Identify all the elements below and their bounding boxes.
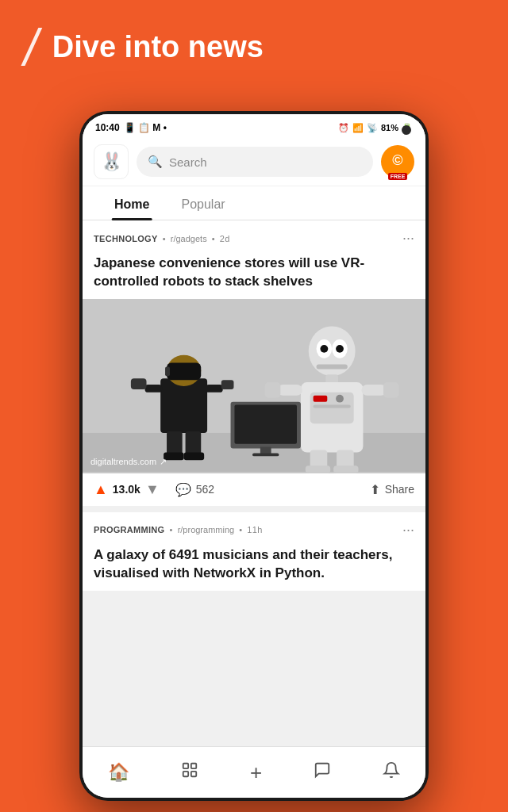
svg-rect-8 [131,378,147,389]
battery-indicator: 81% [381,123,398,132]
svg-rect-11 [186,431,202,454]
svg-rect-7 [206,385,223,393]
tabs-bar: Home Popular [83,186,425,220]
alarm-icon: ⏰ [338,123,349,133]
tab-popular[interactable]: Popular [165,186,241,220]
external-link-icon: ↗ [160,457,167,467]
comments-icon: 💬 [175,482,191,497]
nav-notifications[interactable] [373,755,410,790]
bottom-navigation: 🏠 + [83,746,425,798]
app-logo[interactable]: 🐰 [94,144,129,179]
more-options-button[interactable]: ··· [402,230,414,247]
post-image: digitaltrends.com ↗ [83,299,425,473]
svg-rect-2 [160,378,207,433]
post-category: TECHNOLOGY [94,234,158,243]
search-bar[interactable]: 🔍 Search [137,147,373,177]
post-title: Japanese convenience stores will use VR-… [83,251,425,299]
share-label: Share [385,483,414,496]
post-meta-2: PROGRAMMING • r/programming • 11h ··· [83,512,425,543]
svg-rect-23 [314,396,328,402]
app-header: 🐰 🔍 Search © [83,138,425,186]
svg-rect-6 [145,385,163,393]
svg-rect-33 [333,465,358,473]
post-time: 2d [220,234,230,243]
downvote-button[interactable]: ▼ [145,481,160,498]
tab-home[interactable]: Home [98,186,165,220]
camera-dot [402,125,411,135]
share-icon: ⬆ [370,482,380,497]
svg-rect-25 [314,404,351,408]
app-tagline: Dive into news [52,31,264,64]
svg-rect-38 [183,764,188,768]
svg-point-24 [336,395,344,403]
chat-icon [314,761,331,783]
share-section[interactable]: ⬆ Share [370,482,414,497]
svg-rect-26 [277,385,302,396]
post-meta: TECHNOLOGY • r/gadgets • 2d ··· [83,220,425,251]
image-source: digitaltrends.com ↗ [90,457,167,467]
post-category-2: PROGRAMMING [94,525,164,534]
wifi-icon: 📶 [352,123,364,133]
svg-point-18 [336,345,344,353]
vote-section: ▲ 13.0k ▼ [94,481,160,498]
svg-rect-19 [317,364,348,369]
post-actions: ▲ 13.0k ▼ 💬 562 ⬆ Share [83,473,425,506]
svg-rect-28 [265,382,281,398]
svg-rect-32 [306,465,330,473]
comments-section[interactable]: 💬 562 [175,482,214,497]
vote-count: 13.0k [113,483,140,496]
post-subreddit-2[interactable]: r/programming [178,525,235,534]
svg-rect-9 [221,380,234,389]
bell-icon [383,761,400,783]
comments-count: 562 [196,483,214,496]
search-icon: 🔍 [148,155,163,169]
svg-rect-10 [167,431,183,454]
svg-rect-40 [183,772,188,776]
browse-icon [181,761,198,783]
upvote-button[interactable]: ▲ [94,481,108,498]
svg-rect-41 [191,772,196,776]
post-title-2: A galaxy of 6491 musicians and their tea… [83,543,425,591]
create-icon: + [250,760,262,785]
svg-rect-5 [165,366,170,376]
nav-chat[interactable] [304,755,341,790]
slash-icon: / [24,22,38,73]
svg-point-17 [320,345,328,353]
svg-rect-13 [184,452,205,460]
signal-icon: 📡 [367,123,378,133]
nav-create[interactable]: + [241,754,271,791]
post-time-2: 11h [247,525,262,534]
post-card: TECHNOLOGY • r/gadgets • 2d ··· Japanese… [83,220,425,506]
nav-home[interactable]: 🏠 [98,756,139,789]
coins-badge[interactable]: © [381,145,414,178]
svg-rect-4 [167,362,201,380]
status-icons: 📱 📋 M • [124,122,167,133]
content-area: TECHNOLOGY • r/gadgets • 2d ··· Japanese… [83,220,425,757]
search-placeholder-text: Search [169,155,207,169]
svg-rect-39 [191,764,196,768]
phone-frame: 10:40 📱 📋 M • ⏰ 📶 📡 81% 🔋 🐰 🔍 Search © [79,111,429,801]
nav-browse[interactable] [171,755,208,790]
home-icon: 🏠 [108,762,129,783]
post-card-2: PROGRAMMING • r/programming • 11h ··· A … [83,512,425,591]
svg-rect-27 [361,385,386,396]
post-subreddit[interactable]: r/gadgets [171,234,207,243]
more-options-button-2[interactable]: ··· [402,522,414,538]
svg-rect-35 [234,404,297,443]
status-time: 10:40 [95,122,120,133]
svg-rect-37 [252,453,279,456]
status-bar: 10:40 📱 📋 M • ⏰ 📶 📡 81% 🔋 [83,114,425,138]
svg-rect-29 [383,382,399,398]
coin-symbol: © [392,152,402,169]
